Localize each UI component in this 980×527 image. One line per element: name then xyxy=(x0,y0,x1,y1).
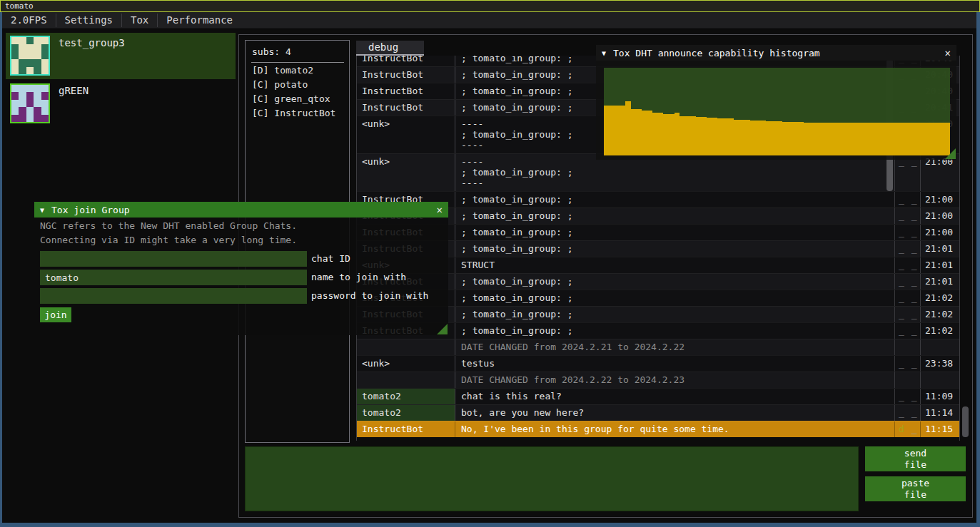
group-item-gREEN[interactable]: gREEN xyxy=(6,81,236,127)
system-row[interactable]: DATE CHANGED from 2024.2.22 to 2024.2.23 xyxy=(357,372,959,388)
menu-item-performance[interactable]: Performance xyxy=(158,12,241,29)
histogram-bar xyxy=(744,120,750,155)
menu-bar: 2.0FPSSettingsToxPerformance xyxy=(2,12,976,29)
message-row[interactable]: <unk>testus_ _23:38 xyxy=(357,355,959,372)
message-text: ; tomato_in_group: ; xyxy=(455,192,895,208)
message-input[interactable] xyxy=(245,446,859,511)
message-row[interactable]: tomato2bot, are you new here?_ _11:14 xyxy=(357,404,959,421)
histogram-bar xyxy=(837,123,842,155)
close-icon[interactable]: ✕ xyxy=(437,204,443,215)
message-time xyxy=(921,339,959,355)
histogram-bar xyxy=(929,123,934,155)
histogram-bar xyxy=(820,123,826,155)
histogram-bar xyxy=(912,123,918,155)
message-row[interactable]: InstructBotNo, I've been in this group f… xyxy=(357,421,959,437)
paste-file-button[interactable]: paste file xyxy=(865,476,966,501)
histogram-bar xyxy=(874,123,880,155)
histogram-bar xyxy=(793,122,799,155)
histogram-bar xyxy=(847,123,853,155)
join-description-line: NGC refers to the New DHT enabled Group … xyxy=(40,220,297,231)
subs-member[interactable]: [D] tomato2 xyxy=(252,65,313,76)
message-text: No, I've been in this group for quite so… xyxy=(455,421,895,437)
delivery-status: _ _ xyxy=(895,208,921,224)
join-window-titlebar[interactable]: ▼ Tox join Group ✕ xyxy=(34,202,448,218)
histogram-window-titlebar[interactable]: ▼ Tox DHT announce capability histogram … xyxy=(596,45,956,61)
close-icon[interactable]: ✕ xyxy=(945,47,951,58)
histogram-bar xyxy=(842,123,847,155)
message-row[interactable]: tomato2chat is this real?_ _11:09 xyxy=(357,388,959,404)
delivery-status: _ _ xyxy=(895,356,921,372)
histogram-bar xyxy=(777,121,783,155)
histogram-bar xyxy=(772,121,777,155)
subs-member[interactable]: [C] green_qtox xyxy=(252,93,330,104)
subs-member[interactable]: [C] InstructBot xyxy=(252,108,335,118)
histogram-bar xyxy=(901,123,907,155)
collapse-arrow-icon[interactable]: ▼ xyxy=(602,49,606,57)
message-time: 21:00 xyxy=(921,208,959,224)
delivery-status: _ _ xyxy=(895,274,921,290)
message-text: ; tomato_in_group: ; xyxy=(455,241,895,257)
delivery-status: _ _ xyxy=(895,225,921,240)
chat-id-field[interactable] xyxy=(40,251,307,267)
message-text: ; tomato_in_group: ; xyxy=(455,274,895,290)
join-password-field[interactable] xyxy=(40,288,307,304)
resize-grip[interactable] xyxy=(437,324,448,334)
delivery-status: _ _ xyxy=(895,241,921,257)
histogram-bar xyxy=(680,116,685,155)
message-time: 21:02 xyxy=(921,323,959,339)
histogram-bar xyxy=(723,118,729,155)
window-border-right xyxy=(976,12,980,527)
delivery-status: _ _ xyxy=(895,405,921,421)
sender-name: tomato2 xyxy=(357,389,455,404)
histogram-bar xyxy=(669,114,675,155)
histogram-bar xyxy=(690,116,696,155)
menu-item-settings[interactable]: Settings xyxy=(56,12,121,29)
window-border-bottom xyxy=(0,523,980,527)
message-text: bot, are you new here? xyxy=(455,405,895,421)
message-time: 23:38 xyxy=(921,356,959,372)
histogram-bar xyxy=(891,123,896,155)
histogram-bar xyxy=(636,109,642,155)
histogram-bar xyxy=(750,121,756,155)
menu-item-tox[interactable]: Tox xyxy=(122,12,157,29)
sender-name: InstructBot xyxy=(357,421,455,437)
join-name-field[interactable] xyxy=(40,270,307,285)
menu-item-2.0fps: 2.0FPS xyxy=(2,12,56,29)
window-title: tomato xyxy=(5,1,34,11)
window-titlebar[interactable]: tomato xyxy=(0,0,980,12)
message-text: ; tomato_in_group: ; xyxy=(455,208,895,224)
sender-name: InstructBot xyxy=(357,67,455,83)
sender-name: <unk> xyxy=(357,356,455,372)
group-name: gREEN xyxy=(59,85,89,96)
sender-name: <unk> xyxy=(357,154,455,191)
histogram-bar xyxy=(658,113,664,155)
histogram-bar xyxy=(712,118,718,155)
join-button[interactable]: join xyxy=(40,307,71,322)
join-window-title: Tox join Group xyxy=(51,205,130,215)
message-time: 21:02 xyxy=(921,290,959,306)
collapse-arrow-icon[interactable]: ▼ xyxy=(40,206,44,214)
group-avatar xyxy=(10,83,50,123)
message-time: 21:01 xyxy=(921,274,959,290)
send-file-button[interactable]: send file xyxy=(865,446,966,471)
tab-debug[interactable]: debug xyxy=(356,41,424,56)
subs-member[interactable]: [C] potato xyxy=(252,79,308,90)
group-item-test_group3[interactable]: test_group3 xyxy=(6,33,236,79)
histogram-bar xyxy=(906,123,912,155)
histogram-bar xyxy=(766,121,772,155)
sender-name: InstructBot xyxy=(357,83,455,99)
message-time: 21:01 xyxy=(921,241,959,257)
message-text: testus xyxy=(455,356,895,372)
sender-name xyxy=(357,372,455,388)
histogram-bar xyxy=(728,118,734,155)
delivery-status: _ _ xyxy=(895,192,921,208)
outer-scrollbar-thumb[interactable] xyxy=(962,406,969,437)
histogram-bar xyxy=(896,123,901,155)
message-text: STRUCT xyxy=(455,257,895,273)
subs-header: subs: 4 xyxy=(252,46,291,57)
histogram-bar xyxy=(869,123,874,155)
histogram-bar xyxy=(934,123,939,155)
resize-grip[interactable] xyxy=(945,148,956,159)
system-row[interactable]: DATE CHANGED from 2024.2.21 to 2024.2.22 xyxy=(357,339,959,355)
histogram-window: ▼ Tox DHT announce capability histogram … xyxy=(596,45,956,160)
